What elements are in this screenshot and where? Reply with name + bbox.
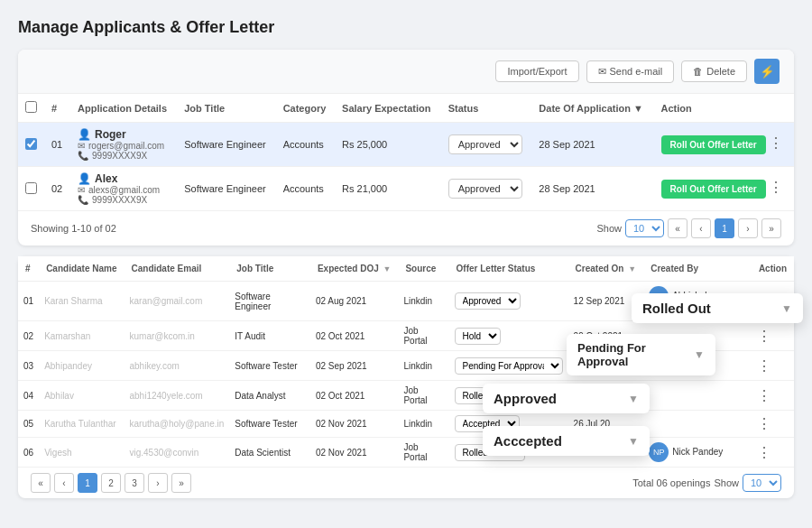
showing-count: Showing 1-10 of 02 [31,223,593,234]
b-page-2-btn[interactable]: 2 [101,473,121,493]
b-last-btn[interactable]: » [171,473,191,493]
row2-action: ⋮ [752,321,794,351]
row2-job: Software Tester [229,411,310,438]
row2-candidate-email: abhikey.com [124,351,229,381]
import-export-button[interactable]: Import/Export [495,60,578,82]
b-prev-btn[interactable]: ‹ [54,473,74,493]
page-1-btn[interactable]: 1 [715,218,734,238]
row2-candidate-name: Karutha Tulanthar [39,411,124,438]
row2-source: Linkdin [398,351,448,381]
col2-created-by: Created By [643,256,752,282]
row-num: 01 [44,123,70,167]
row2-more-button[interactable]: ⋮ [757,328,771,345]
row2-candidate-name: Abhipandey [39,351,124,381]
rolled-out-dropdown[interactable]: Rolled Out ▼ [632,293,803,323]
row-salary: Rs 25,000 [335,123,441,167]
row-job-title: Software Engineer [177,123,275,167]
row2-candidate-email: karan@gmail.com [124,282,229,321]
row2-source: Job Portal [398,321,448,351]
row-job-title: Software Engineer [177,167,275,211]
bottom-show-select[interactable]: 102050 [743,474,781,492]
pending-approval-dropdown[interactable]: Pending For Approval ▼ [567,334,715,375]
offer-status-select[interactable]: Approved [455,292,521,310]
accepted-dropdown[interactable]: Acccepted ▼ [483,426,650,456]
row2-num: 06 [18,438,39,468]
row2-action: ⋮ [752,381,794,411]
top-card: Import/Export ✉ Send e-mail 🗑 Delete ⚡ # [18,50,794,245]
row2-candidate-email: vig.4530@convin [124,438,229,468]
row-status: Approved Pending Rejected [441,123,532,167]
first-page-btn[interactable]: « [668,218,687,238]
row2-num: 04 [18,381,39,411]
col2-candidate-name: Candidate Name [39,256,124,282]
col-date: Date Of Application ▼ [531,94,653,123]
row-category: Accounts [276,123,335,167]
prev-page-btn[interactable]: ‹ [691,218,711,238]
roll-out-button[interactable]: Roll Out Offer Letter [661,135,766,154]
rolled-out-label: Rolled Out [642,301,711,316]
row2-more-button[interactable]: ⋮ [757,357,771,375]
row2-created-by [643,381,752,411]
delete-button[interactable]: 🗑 Delete [681,60,747,82]
select-all-checkbox[interactable] [25,101,37,113]
row2-more-button[interactable]: ⋮ [757,415,771,432]
applicants-table: # Application Details Job Title Category… [18,94,794,211]
col-status: Status [441,94,532,123]
b-page-1-btn[interactable]: 1 [78,473,97,493]
col-job-title: Job Title [177,94,275,123]
bottom-pagination: « ‹ 1 2 3 › » Total 06 openings Show 102… [18,468,794,498]
row2-source: Job Portal [398,381,448,411]
row-checkbox[interactable] [25,182,37,194]
b-first-btn[interactable]: « [31,473,51,493]
more-actions-button[interactable]: ⋮ [769,179,783,196]
row2-more-button[interactable]: ⋮ [757,387,771,404]
row2-doj: 02 Oct 2021 [310,381,399,411]
row2-created-by [643,411,752,438]
b-page-3-btn[interactable]: 3 [125,473,144,493]
more-actions-button[interactable]: ⋮ [769,134,783,152]
roll-out-button[interactable]: Roll Out Offer Letter [661,180,766,199]
last-page-btn[interactable]: » [761,218,781,238]
row2-candidate-email: karutha@holy@pane.in [124,411,229,438]
row2-source: Linkdin [398,411,448,438]
table-row: 02 👤Alex ✉alexs@gmail.com 📞9999XXXX9X So… [18,167,794,211]
approved-dropdown[interactable]: Approved ▼ [483,384,650,413]
row-checkbox[interactable] [25,138,37,150]
list-item: 04 Abhilav abhi1240yele.com Data Analyst… [18,381,794,411]
col-salary: Salary Expectation [335,94,441,123]
row2-candidate-name: Kamarshan [39,321,124,351]
row2-source: Job Portal [398,438,448,468]
b-next-btn[interactable]: › [148,473,168,493]
row2-action: ⋮ [752,438,794,468]
next-page-btn[interactable]: › [738,218,758,238]
row-applicant-info: 👤Roger ✉rogers@gmail.com 📞9999XXXX9X [70,123,177,167]
row-status: Approved Pending Rejected [441,167,532,211]
offer-status-select[interactable]: Hold [455,328,501,345]
row2-more-button[interactable]: ⋮ [757,444,771,461]
offer-status-select[interactable]: Pending For Approval [455,357,563,375]
row-category: Accounts [276,167,335,211]
row2-candidate-email: abhi1240yele.com [124,381,229,411]
row2-source: Linkdin [398,282,448,321]
status-select[interactable]: Approved Pending Rejected [448,179,522,199]
row2-num: 03 [18,351,39,381]
send-email-button[interactable]: ✉ Send e-mail [586,60,675,83]
filter-button[interactable]: ⚡ [754,59,780,84]
row2-num: 02 [18,321,39,351]
row2-job: IT Audit [229,321,310,351]
col2-num: # [18,256,39,282]
col-action: Action [654,94,794,123]
top-table-wrap: # Application Details Job Title Category… [18,94,794,211]
top-show-select[interactable]: 102050 [625,219,664,237]
show-label: Show [596,223,622,234]
col-category: Category [276,94,335,123]
col-app-details: Application Details [70,94,177,123]
row2-action: ⋮ [752,351,794,381]
status-select[interactable]: Approved Pending Rejected [448,134,522,154]
rolled-out-arrow: ▼ [781,302,792,315]
list-item: 05 Karutha Tulanthar karutha@holy@pane.i… [18,411,794,438]
row2-job: Data Scientist [229,438,310,468]
col-num: # [44,94,70,123]
row2-doj: 02 Sep 2021 [310,351,399,381]
row-action: Roll Out Offer Letter ⋮ [654,167,794,211]
